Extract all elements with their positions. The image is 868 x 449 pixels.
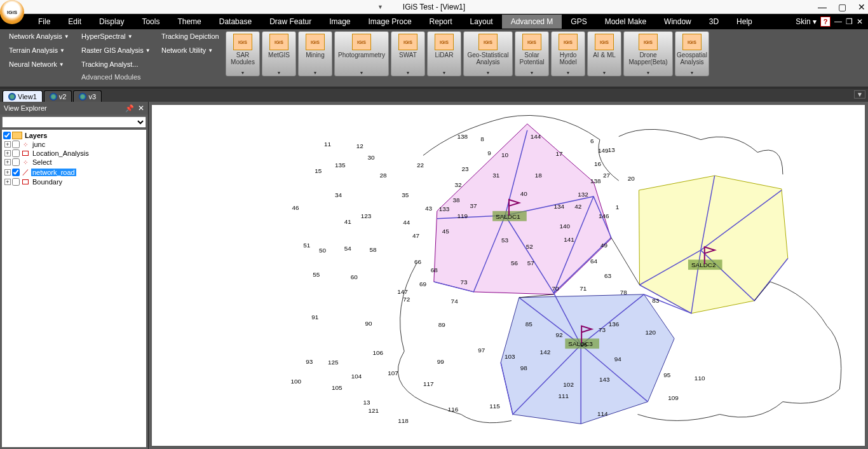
- ribbon-terrain-analysis[interactable]: Terrain Analysis ▼: [5, 45, 75, 55]
- map-label: 32: [455, 181, 463, 188]
- map-label: 57: [527, 259, 535, 266]
- map-label: 109: [668, 394, 679, 401]
- layer-checkbox[interactable]: [12, 158, 20, 166]
- doc-tab-v3[interactable]: v3: [73, 90, 102, 102]
- mdi-close-button[interactable]: ✕: [857, 17, 863, 26]
- map-label: 35: [402, 191, 409, 198]
- tool-geospatial-analysis[interactable]: Geospatial Analysis▼: [675, 31, 709, 76]
- menu-gps[interactable]: GPS: [562, 15, 595, 29]
- expand-icon[interactable]: +: [4, 179, 11, 185]
- layer-row-boundary[interactable]: +Boundary: [3, 177, 145, 186]
- map-label: 28: [379, 172, 387, 179]
- layer-row-junc[interactable]: +⁘junc: [3, 140, 145, 149]
- layer-filter-dropdown[interactable]: [2, 116, 146, 128]
- map-canvas[interactable]: SALDC1 SALDC2 SALDC3 1112138814461513530…: [152, 105, 865, 446]
- map-label: 142: [540, 349, 551, 356]
- ribbon-hyperspectral[interactable]: HyperSpectral ▼: [78, 31, 155, 41]
- layers-root-checkbox[interactable]: [3, 132, 11, 139]
- expand-icon[interactable]: +: [4, 169, 11, 176]
- tool-sar-modules[interactable]: SAR Modules▼: [226, 31, 260, 76]
- map-label: 42: [574, 203, 582, 210]
- menu-tools[interactable]: Tools: [133, 15, 168, 29]
- tool-lidar[interactable]: LiDAR▼: [427, 31, 461, 76]
- mdi-minimize-button[interactable]: ―: [834, 17, 842, 26]
- expand-icon[interactable]: +: [4, 159, 11, 165]
- layer-tree[interactable]: Layers+⁘junc+Location_Analysis+⁘Select+／…: [2, 130, 146, 447]
- layer-name[interactable]: junc: [31, 141, 46, 148]
- map-label: 64: [590, 258, 598, 265]
- menu-report[interactable]: Report: [421, 15, 461, 29]
- map-label: 149: [598, 147, 609, 154]
- map-label: 111: [558, 392, 569, 399]
- mdi-restore-button[interactable]: ❐: [846, 17, 853, 26]
- tool-photogrammetry[interactable]: Photogrammetry▼: [334, 31, 389, 76]
- menu-draw-featur[interactable]: Draw Featur: [261, 15, 320, 29]
- layer-checkbox[interactable]: [12, 149, 20, 157]
- menu-display[interactable]: Display: [90, 15, 133, 29]
- expand-icon[interactable]: +: [4, 141, 11, 148]
- tool-ai-ml[interactable]: AI & ML▼: [587, 31, 621, 76]
- map-label: 13: [363, 399, 371, 406]
- layer-row-location_analysis[interactable]: +Location_Analysis: [3, 149, 145, 158]
- panel-title-bar: View Explorer 📌 ✕: [0, 102, 148, 114]
- ribbon-network-analysis[interactable]: Network Analysis ▼: [5, 31, 75, 41]
- doc-tab-v2[interactable]: v2: [44, 90, 72, 102]
- document-tabs: View1v2v3▼: [0, 88, 868, 102]
- tool-mining[interactable]: Mining▼: [298, 31, 332, 76]
- menu-edit[interactable]: Edit: [59, 15, 90, 29]
- tool-swat[interactable]: SWAT▼: [391, 31, 425, 76]
- map-label: 96: [580, 341, 588, 348]
- tool-geo-statistical-analysis[interactable]: Geo-Statistical Analysis▼: [463, 31, 513, 76]
- maximize-button[interactable]: ▢: [838, 2, 846, 12]
- layer-symbol-icon: ⁘: [21, 159, 30, 166]
- menu-model-make[interactable]: Model Make: [596, 15, 655, 29]
- ribbon-tracking-analyst-[interactable]: Tracking Analyst...: [78, 59, 155, 69]
- layers-root-label[interactable]: Layers: [24, 132, 48, 139]
- layer-row-network_road[interactable]: +／network_road: [3, 167, 145, 177]
- map-label: 69: [419, 280, 427, 287]
- tool-solar-potential[interactable]: Solar Potential▼: [515, 31, 549, 76]
- menu-window[interactable]: Window: [655, 15, 700, 29]
- tool-icon: [595, 34, 614, 50]
- layer-name[interactable]: Location_Analysis: [31, 149, 90, 157]
- panel-title-text: View Explorer: [4, 104, 47, 112]
- menu-database[interactable]: Database: [210, 15, 261, 29]
- layer-checkbox[interactable]: [12, 178, 20, 186]
- help-icon[interactable]: ?: [820, 17, 831, 27]
- ribbon-neural-network[interactable]: Neural Network ▼: [5, 59, 75, 69]
- map-label: 120: [645, 329, 656, 336]
- close-button[interactable]: ✕: [858, 2, 865, 12]
- map-label: 92: [555, 331, 563, 338]
- layer-row-select[interactable]: +⁘Select: [3, 158, 145, 167]
- expand-icon[interactable]: +: [4, 150, 11, 156]
- tool-metgis[interactable]: MetGIS▼: [262, 31, 296, 76]
- menu-image-proce[interactable]: Image Proce: [360, 15, 421, 29]
- ribbon-raster-gis-analysis[interactable]: Raster GIS Analysis ▼: [78, 45, 155, 55]
- menu-3d[interactable]: 3D: [700, 15, 728, 29]
- panel-close-button[interactable]: ✕: [138, 104, 144, 113]
- menu-theme[interactable]: Theme: [168, 15, 210, 29]
- menu-advanced-m[interactable]: Advanced M: [502, 15, 562, 29]
- skin-menu[interactable]: Skin ▾: [796, 17, 817, 26]
- layer-name[interactable]: network_road: [31, 169, 76, 176]
- menu-help[interactable]: Help: [728, 15, 761, 29]
- layer-checkbox[interactable]: [12, 169, 20, 176]
- map-label: 11: [324, 141, 332, 148]
- map-label: 58: [370, 246, 377, 253]
- tool-icon: [559, 34, 578, 50]
- menu-file[interactable]: File: [29, 15, 59, 29]
- tool-drone-mapper-beta-[interactable]: Drone Mapper(Beta)▼: [623, 31, 673, 76]
- doc-tab-view1[interactable]: View1: [3, 90, 43, 102]
- layer-checkbox[interactable]: [12, 141, 20, 148]
- pin-icon[interactable]: 📌: [125, 104, 134, 113]
- layer-name[interactable]: Boundary: [31, 178, 64, 186]
- tab-list-dropdown[interactable]: ▼: [854, 90, 865, 99]
- menu-layout[interactable]: Layout: [461, 15, 502, 29]
- minimize-button[interactable]: ―: [818, 2, 827, 12]
- qat-dropdown-icon[interactable]: ▼: [377, 4, 383, 10]
- layer-name[interactable]: Select: [31, 158, 53, 166]
- ribbon-network-utility[interactable]: Network Utility ▼: [158, 45, 217, 55]
- ribbon-tracking-depiction[interactable]: Tracking Depiction: [158, 31, 223, 41]
- tool-hyrdo-model[interactable]: Hyrdo Model▼: [551, 31, 585, 76]
- menu-image[interactable]: Image: [320, 15, 359, 29]
